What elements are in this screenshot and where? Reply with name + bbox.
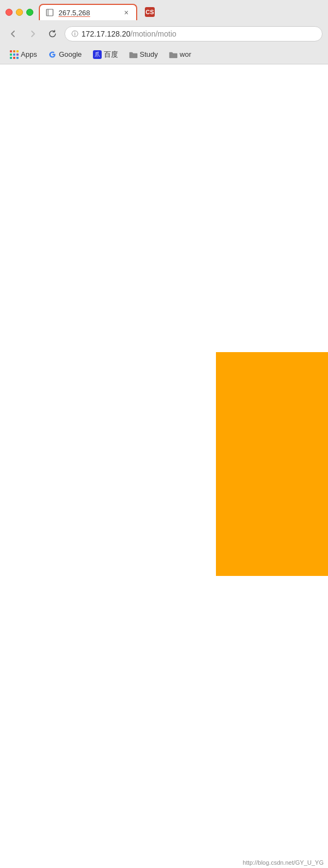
- title-bar: 267.5,268 × CS: [0, 0, 328, 23]
- apps-icon: [10, 50, 19, 59]
- bookmark-google[interactable]: Google: [44, 49, 86, 61]
- tab-title: 267.5,268: [58, 9, 118, 17]
- active-tab[interactable]: 267.5,268 ×: [39, 4, 137, 20]
- bookmark-study[interactable]: Study: [125, 49, 162, 61]
- forward-button[interactable]: [25, 26, 40, 41]
- study-label: Study: [140, 50, 158, 58]
- info-icon: ⓘ: [72, 29, 78, 39]
- browser-chrome: 267.5,268 × CS ⓘ: [0, 0, 328, 64]
- work-label: wor: [180, 50, 191, 58]
- work-folder-icon: [169, 50, 178, 59]
- bookmarks-bar: Apps Google 爪 百度 Study: [0, 45, 328, 64]
- tab-favicon: [45, 8, 54, 17]
- back-button[interactable]: [5, 26, 21, 41]
- study-folder-icon: [129, 50, 138, 59]
- maximize-button[interactable]: [26, 9, 33, 16]
- page-content: [0, 64, 328, 848]
- bookmark-work[interactable]: wor: [165, 49, 196, 61]
- close-button[interactable]: [5, 9, 13, 16]
- apps-label: Apps: [21, 50, 37, 58]
- address-bar: ⓘ 172.17.128.20/motion/motio: [0, 23, 328, 45]
- bookmark-baidu[interactable]: 爪 百度: [89, 48, 122, 61]
- status-text: http://blog.csdn.net/GY_U_YG: [243, 859, 324, 866]
- reload-button[interactable]: [45, 26, 60, 41]
- cs-favicon: CS: [145, 7, 155, 17]
- svg-rect-0: [46, 9, 53, 16]
- bookmark-apps[interactable]: Apps: [5, 49, 42, 61]
- traffic-lights: [5, 9, 33, 16]
- status-bar: http://blog.csdn.net/GY_U_YG: [0, 857, 328, 868]
- cs-tab[interactable]: CS: [139, 4, 172, 20]
- minimize-button[interactable]: [16, 9, 23, 16]
- address-text: 172.17.128.20/motion/motio: [81, 29, 177, 38]
- orange-rectangle: [216, 352, 328, 576]
- google-icon: [48, 50, 57, 59]
- google-label: Google: [59, 50, 82, 58]
- baidu-label: 百度: [104, 50, 118, 60]
- baidu-icon: 爪: [93, 50, 102, 59]
- tab-close-button[interactable]: ×: [122, 8, 131, 17]
- address-input[interactable]: ⓘ 172.17.128.20/motion/motio: [65, 26, 323, 41]
